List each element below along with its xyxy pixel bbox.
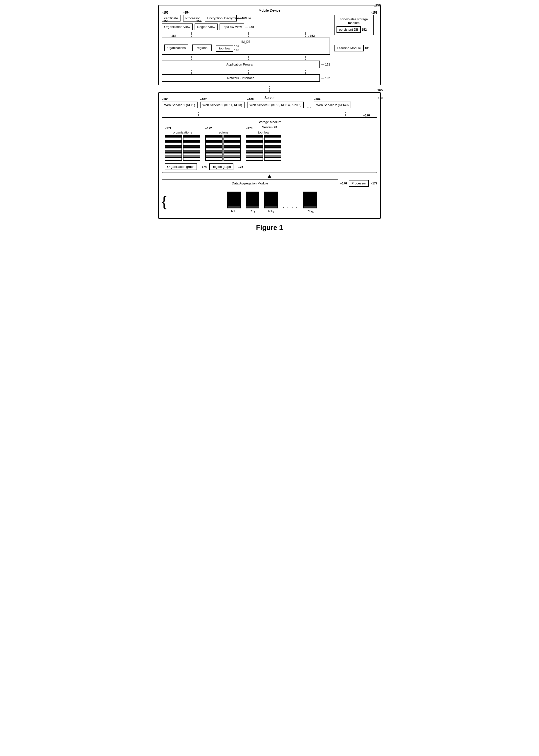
rt2-r bbox=[246, 204, 259, 206]
r-row bbox=[206, 153, 222, 156]
rt30-r bbox=[304, 200, 317, 202]
ref-174: — 174 bbox=[198, 165, 207, 169]
server-outer: ⌐ 165 180 Server ⌐166 Web Service 1 (KPI… bbox=[158, 92, 381, 219]
tl-row bbox=[246, 156, 263, 158]
refs-159-160: 159 160 bbox=[234, 44, 239, 52]
network-box: Network - Interface bbox=[162, 74, 320, 82]
dashed-v7 bbox=[191, 70, 192, 74]
ws-dashed-connectors bbox=[167, 112, 377, 116]
processor-server-box: Processor bbox=[349, 180, 369, 187]
rt3-r bbox=[265, 200, 277, 202]
server-box: Server ⌐166 Web Service 1 (KPI1) ⌐167 We… bbox=[158, 92, 381, 219]
rt-group: RT1 bbox=[167, 191, 377, 214]
r-row bbox=[224, 143, 240, 146]
org-graph-section: Organization graph — 174 bbox=[165, 163, 207, 170]
ws1-section: ⌐166 Web Service 1 (KPI1) bbox=[162, 102, 197, 108]
r-row bbox=[206, 158, 222, 160]
ref-165-label: ⌐ 165 bbox=[375, 88, 383, 92]
rt2-r bbox=[246, 194, 259, 196]
db-tables-row: ⌐171 organizations bbox=[165, 130, 374, 161]
dashed-v4 bbox=[191, 56, 192, 60]
regions-table-1 bbox=[205, 135, 222, 161]
r-row bbox=[224, 141, 240, 143]
dashed-inter1 bbox=[225, 86, 225, 92]
rt1-r bbox=[228, 204, 240, 206]
org-row bbox=[165, 151, 182, 153]
ws-dashed1 bbox=[198, 112, 199, 116]
ref-169: ⌐169 bbox=[314, 98, 320, 101]
tl-row bbox=[246, 136, 263, 138]
ws-dashed2 bbox=[272, 112, 272, 116]
mobile-top-row: ⌐155 certificate ⌐154 Processor bbox=[162, 15, 330, 22]
rt2-r bbox=[246, 200, 259, 202]
tl-row bbox=[265, 151, 281, 153]
dashed-v3 bbox=[305, 32, 306, 37]
server-orgs-section: ⌐171 organizations bbox=[165, 130, 200, 161]
right-col: ⌐151 non-volatile storage medium persist… bbox=[334, 15, 377, 51]
org-row bbox=[165, 141, 182, 143]
org-row bbox=[165, 138, 182, 141]
dashed-v9 bbox=[305, 70, 306, 74]
server-toplow-label: top_low bbox=[246, 130, 281, 134]
regions-db-tables bbox=[205, 135, 241, 161]
tl-row bbox=[246, 143, 263, 146]
rt1-r bbox=[228, 202, 240, 204]
r-row bbox=[206, 138, 222, 141]
ref-168: ⌐168 bbox=[247, 98, 254, 101]
org-row bbox=[165, 153, 182, 156]
tl-row bbox=[265, 146, 281, 148]
org-row bbox=[184, 151, 200, 153]
rt2-table bbox=[246, 191, 259, 208]
rt1-label: RT1 bbox=[231, 209, 237, 214]
tl-row bbox=[246, 138, 263, 141]
tl-row bbox=[265, 153, 281, 156]
r-row bbox=[224, 158, 240, 160]
rt30-r bbox=[304, 198, 317, 200]
r-row bbox=[224, 138, 240, 141]
rt1-sub: 1 bbox=[235, 211, 237, 214]
ref-153: — 153 bbox=[238, 17, 247, 20]
r-row bbox=[224, 136, 240, 138]
toplow-table-2 bbox=[264, 135, 281, 161]
tl-row bbox=[246, 146, 263, 148]
non-volatile-section: ⌐151 non-volatile storage medium persist… bbox=[334, 15, 377, 36]
ref-172: ⌐172 bbox=[205, 126, 212, 130]
toplow-view-section: Top/Low View — 158 bbox=[220, 24, 254, 30]
wsz-section: ⌐169 Web Service z (KPI40) bbox=[314, 102, 351, 108]
ws2-box: Web Service 2 (KPI1, KPI3) bbox=[200, 102, 245, 108]
ws3-section: ⌐168 Web Service 3 (KPI3, KPI14, KPI15) bbox=[247, 102, 304, 108]
ref-173: ⌐173 bbox=[246, 126, 253, 130]
org-table-1 bbox=[165, 135, 182, 161]
org-graph-box: Organization graph bbox=[165, 163, 197, 170]
rt3-r bbox=[265, 198, 277, 200]
region-graph-section: Region graph — 175 bbox=[209, 163, 243, 170]
ref-181: 181 bbox=[365, 46, 370, 50]
rt2-label: RT2 bbox=[250, 209, 256, 214]
rt3-r bbox=[265, 194, 277, 196]
rt2-r bbox=[246, 196, 259, 198]
toplow-view-box: Top/Low View bbox=[220, 24, 244, 30]
ref-171: ⌐171 bbox=[165, 126, 171, 130]
rt3-r bbox=[265, 192, 277, 194]
im-db-box: ⌐164 IM_DB ⌐163 organizations regions bbox=[162, 38, 330, 55]
encryption-section: Encryption/ Decryption Module — 153 bbox=[205, 15, 247, 22]
rt30-item: RT30 bbox=[303, 191, 317, 214]
rt3-label: RT3 bbox=[268, 209, 274, 214]
rt30-table bbox=[303, 191, 317, 208]
org-row bbox=[165, 148, 182, 151]
mobile-views-row: ⌐156 Organization View ⌐157 Region View … bbox=[162, 24, 330, 30]
mobile-device-title: Mobile Device bbox=[162, 8, 377, 12]
ws3-box: Web Service 3 (KPI3, KPI14, KPI15) bbox=[247, 102, 304, 108]
rt1-table bbox=[227, 191, 241, 208]
rt30-r bbox=[304, 196, 317, 198]
rt1-r bbox=[228, 200, 240, 202]
im-db-regions: regions bbox=[192, 44, 212, 51]
rt1-r bbox=[228, 192, 240, 194]
dashed-connectors-app bbox=[167, 70, 330, 74]
r-row bbox=[224, 148, 240, 151]
data-agg-box: Data Aggregation Module bbox=[162, 180, 338, 187]
rt30-r bbox=[304, 206, 317, 208]
graph-row: Organization graph — 174 Region graph — … bbox=[165, 163, 374, 170]
org-row bbox=[184, 138, 200, 141]
org-row bbox=[184, 153, 200, 156]
